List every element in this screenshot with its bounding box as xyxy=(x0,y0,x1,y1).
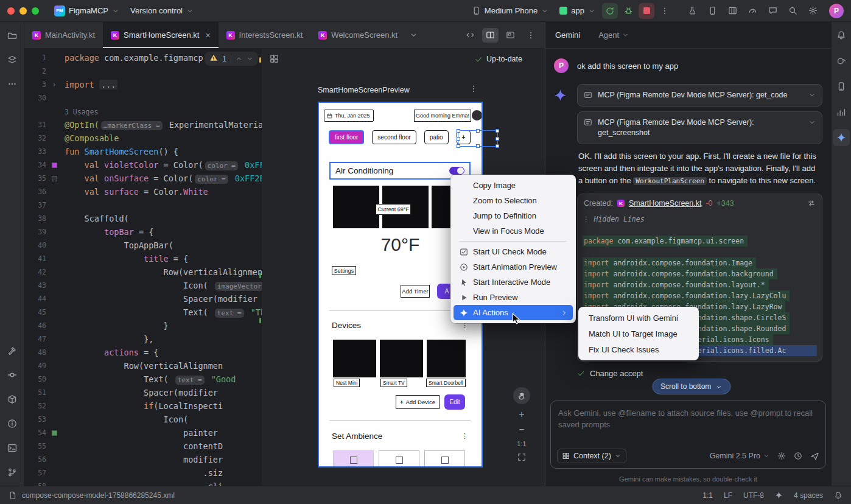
status-breadcrumb[interactable]: compose-compose-model-1758866285245.xml xyxy=(22,491,175,500)
status-utf-8[interactable]: UTF-8 xyxy=(743,491,764,500)
floor-chip-first-floor[interactable]: first floor xyxy=(329,130,364,144)
prev-issue-icon[interactable] xyxy=(236,55,242,62)
user-avatar[interactable]: P xyxy=(829,4,844,18)
gemini-status-icon[interactable] xyxy=(775,491,783,499)
notifications-icon[interactable] xyxy=(833,27,850,44)
edit-button[interactable]: Edit xyxy=(444,394,465,410)
editor-options-kebab-icon[interactable] xyxy=(522,28,539,43)
stop-button[interactable] xyxy=(639,3,654,19)
menu-item-copy-image[interactable]: Copy Image xyxy=(454,178,573,193)
zoom-to-fit-button[interactable] xyxy=(517,453,526,461)
tab-gemini[interactable]: Gemini xyxy=(555,30,580,40)
more-tool-windows-icon[interactable] xyxy=(4,75,21,93)
editor-tab-interestsscreen-kt[interactable]: KInterestsScreen.kt xyxy=(219,22,311,48)
menu-item-run-preview[interactable]: Run Preview xyxy=(454,290,573,305)
open-diff-icon[interactable] xyxy=(807,199,816,208)
commit-icon[interactable] xyxy=(4,366,21,383)
submenu-item-match-ui-to-target-image[interactable]: Match UI to Target Image xyxy=(581,326,696,341)
rerun-button[interactable] xyxy=(602,3,618,19)
settings-icon[interactable] xyxy=(805,3,821,18)
resource-manager-icon[interactable] xyxy=(4,51,21,68)
hidden-lines-row[interactable]: ⋮Hidden Lines xyxy=(583,214,817,225)
error-stripe-change[interactable] xyxy=(259,273,261,278)
project-widget[interactable]: FM FigmaMCP xyxy=(50,3,124,19)
running-devices-icon[interactable] xyxy=(705,3,720,18)
build-variants-icon[interactable] xyxy=(4,391,21,408)
vcs-widget[interactable]: Version control xyxy=(126,4,198,18)
pan-tool-button[interactable] xyxy=(513,387,530,404)
gemini-prompt-input[interactable]: Ask Gemini, use @filename to attach sour… xyxy=(550,401,826,469)
design-view-button[interactable] xyxy=(502,28,519,43)
gradle-icon[interactable] xyxy=(833,52,850,69)
status-notifications-icon[interactable] xyxy=(834,491,842,500)
menu-item-start-ui-check-mode[interactable]: Start UI Check Mode xyxy=(454,244,573,259)
menu-item-start-interactive-mode[interactable]: Start Interactive Mode xyxy=(454,275,573,290)
device-selector[interactable]: Medium Phone xyxy=(468,4,553,18)
gemini-settings-icon[interactable] xyxy=(777,452,786,460)
device-manager-icon[interactable] xyxy=(833,78,850,95)
search-everywhere-icon[interactable] xyxy=(785,3,800,18)
status-1-1[interactable]: 1:1 xyxy=(702,491,713,500)
model-selector[interactable]: Gemini 2.5 Pro xyxy=(710,452,769,460)
floor-chip-second-floor[interactable]: second floor xyxy=(372,130,416,144)
window-zoom-button[interactable] xyxy=(32,7,39,15)
selection-handles[interactable] xyxy=(458,130,498,147)
inspection-widget[interactable]: 1 xyxy=(205,52,258,66)
tab-agent[interactable]: Agent xyxy=(598,30,629,40)
run-config-selector[interactable]: app xyxy=(555,4,600,18)
submenu-item-transform-ui-with-gemini[interactable]: Transform UI with Gemini xyxy=(581,310,696,326)
next-issue-icon[interactable] xyxy=(247,55,253,62)
version-control-icon[interactable] xyxy=(4,464,21,481)
layout-inspector-icon[interactable] xyxy=(725,3,740,18)
floor-chip-patio[interactable]: patio xyxy=(424,130,449,144)
menu-item-start-animation-preview[interactable]: Start Animation Preview xyxy=(454,259,573,275)
status-lf[interactable]: LF xyxy=(724,491,732,500)
ac-toggle[interactable] xyxy=(449,167,464,175)
app-quality-insights-icon[interactable] xyxy=(833,103,850,121)
code-view-button[interactable] xyxy=(462,28,478,43)
menu-item-zoom-to-selection[interactable]: Zoom to Selection xyxy=(454,193,573,208)
more-run-actions-button[interactable] xyxy=(657,3,673,19)
device-streaming-icon[interactable] xyxy=(685,3,700,18)
problems-icon[interactable] xyxy=(4,415,21,432)
context-chip[interactable]: Context (2) xyxy=(557,449,626,463)
send-icon[interactable] xyxy=(810,452,819,461)
editor-tab-welcomescreen-kt[interactable]: KWelcomeScreen.kt xyxy=(310,22,405,48)
preview-grid-icon[interactable] xyxy=(270,54,279,63)
project-tool-icon[interactable] xyxy=(4,27,21,44)
hidden-tabs-dropdown[interactable] xyxy=(405,22,421,48)
add-timer-button[interactable]: Add Timer xyxy=(401,285,430,298)
window-close-button[interactable] xyxy=(7,7,15,15)
zoom-out-button[interactable]: − xyxy=(519,425,524,435)
profiler-icon[interactable] xyxy=(745,3,760,18)
scroll-to-bottom-button[interactable]: Scroll to bottom xyxy=(652,379,730,394)
debug-button[interactable] xyxy=(620,3,636,19)
expand-chevron-icon[interactable] xyxy=(808,119,816,126)
zoom-level-label[interactable]: 1:1 xyxy=(517,440,526,447)
close-tab-icon[interactable]: × xyxy=(205,31,210,40)
ambience-kebab-icon[interactable]: ⋮ xyxy=(461,432,468,440)
code-editor[interactable]: 1package com.example.figmamcp.u23›import… xyxy=(24,49,262,486)
terminal-icon[interactable] xyxy=(4,439,21,457)
error-stripe-warning[interactable] xyxy=(259,57,261,63)
expand-chevron-icon[interactable] xyxy=(808,91,816,99)
preview-options-kebab-icon[interactable] xyxy=(469,85,478,93)
menu-item-jump-to-definition[interactable]: Jump to Definition xyxy=(454,208,573,223)
error-stripe-change[interactable] xyxy=(259,318,261,323)
zoom-in-button[interactable]: + xyxy=(519,410,524,419)
split-view-button[interactable] xyxy=(482,28,499,43)
mcp-get-screenshot-card[interactable]: MCP (Figma Remote Dev Mode MCP Server): … xyxy=(577,111,822,144)
add-device-button[interactable]: + Add Device xyxy=(396,395,440,409)
menu-item-ai-actions[interactable]: AI Actions xyxy=(454,305,573,320)
menu-item-view-in-focus-mode[interactable]: View in Focus Mode xyxy=(454,223,573,239)
gemini-tool-icon[interactable] xyxy=(833,129,850,146)
editor-tab-smarthomescreen-kt[interactable]: KSmartHomeScreen.kt× xyxy=(103,22,218,48)
status-indent[interactable]: 4 spaces xyxy=(794,491,823,500)
submenu-item-fix-ui-check-issues[interactable]: Fix UI Check Issues xyxy=(581,341,696,357)
editor-tab-mainactivity-kt[interactable]: KMainActivity.kt xyxy=(24,22,103,48)
created-file-link[interactable]: SmartHomeScreen.kt xyxy=(629,199,701,208)
air-conditioning-header[interactable]: Air Conditioning xyxy=(329,162,471,180)
history-icon[interactable] xyxy=(794,452,802,460)
window-minimize-button[interactable] xyxy=(19,7,27,15)
feedback-icon[interactable] xyxy=(765,3,780,18)
